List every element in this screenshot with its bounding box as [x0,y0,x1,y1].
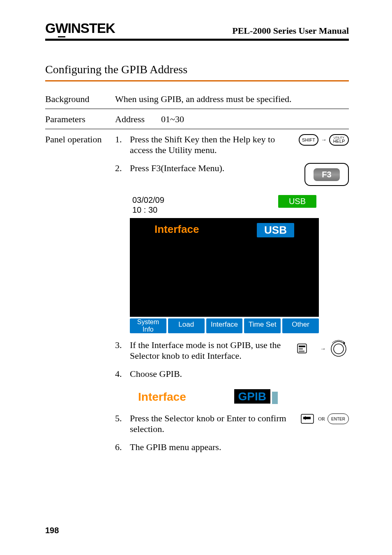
f3-label: F3 [314,168,339,181]
screen-datetime: 03/02/09 10 : 30 [132,195,164,215]
softkey-load: Load [168,318,205,333]
param-range: 01~30 [161,114,184,125]
softkey-interface: Interface [206,318,243,333]
step-2-text: Press F3(Interface Menu). [130,163,291,174]
svg-rect-1 [299,346,305,347]
row-background: Background When using GPIB, an address m… [45,94,349,104]
arrow-icon: → [321,137,327,143]
or-label: OR [318,416,325,422]
softkey-other: Other [282,318,319,333]
svg-marker-9 [303,416,306,420]
header-rule [45,39,349,41]
iface-bar-value-wrap: GPIB [234,390,278,404]
label-parameters: Parameters [45,114,115,125]
row-parameters: Parameters Address 01~30 [45,114,349,125]
row-divider-2 [45,129,349,129]
selector-knob-icon: → [297,340,349,358]
softkey-time-set: Time Set [244,318,281,333]
brand-logo: GWINSTEK [45,21,115,36]
step-1-num: 1. [115,134,130,145]
brand-rest: INSTEK [68,21,115,36]
screen-1-softkeys: System Info Load Interface Time Set Othe… [130,318,319,333]
step-1-text: Press the Shift Key then the Help key to… [130,134,291,156]
shift-label: SHIFT [302,138,315,142]
step-4: 4. Choose GPIB. [115,369,349,379]
screen-time: 10 : 30 [132,205,164,215]
softkey-system-info: System Info [130,318,166,333]
step-6: 6. The GPIB menu appears. [115,442,349,453]
enter-key-icon: ENTER [327,413,349,424]
cursor-icon [272,392,278,404]
step-4-text: Choose GPIB. [130,369,349,379]
step-1: 1. Press the Shift Key then the Help key… [115,134,349,156]
step-5-num: 5. [115,413,130,424]
doc-name: PEL-2000 Series User Manual [232,26,349,36]
device-screen-1: 03/02/09 10 : 30 USB Interface USB Syste… [130,193,319,333]
step-2-icons: F3 [291,163,349,186]
param-name: Address [115,114,145,125]
interface-value-usb: USB [257,223,294,237]
section-rule [45,80,349,81]
step-3-text: If the Interface mode is not GPIB, use t… [130,340,291,361]
step-5-icons: OR ENTER [291,413,349,425]
step-2-num: 2. [115,163,130,174]
svg-point-5 [334,344,344,354]
step-5: 5. Press the Selector knob or Enter to c… [115,413,349,434]
selector-knob-press-icon [301,413,316,425]
step-3-num: 3. [115,340,130,351]
svg-rect-3 [299,351,304,352]
step-4-num: 4. [115,369,130,379]
row-divider-1 [45,109,349,109]
section-title: Configuring the GPIB Address [45,63,349,76]
text-parameters: Address 01~30 [115,114,349,125]
step-3-icons: → [291,340,349,358]
text-background: When using GPIB, an address must be spec… [115,94,349,104]
help-label: HELP [333,139,345,144]
screen-1-status-bar: 03/02/09 10 : 30 USB [130,193,319,216]
step-6-text: The GPIB menu appears. [130,442,349,453]
shift-key-icon: SHIFT [299,134,318,146]
svg-rect-2 [299,348,303,350]
softkey-system: System [130,318,166,326]
usb-status-badge: USB [278,195,316,208]
softkey-info: Info [130,326,166,333]
page-header: GWINSTEK PEL-2000 Series User Manual [45,21,349,36]
help-key-icon: UTILITY HELP [329,134,349,146]
screen-date: 03/02/09 [132,195,164,205]
step-5-text: Press the Selector knob or Enter to conf… [130,413,291,434]
arrow-icon: → [320,346,326,352]
row-panel-operation: Panel operation 1. Press the Shift Key t… [45,134,349,460]
brand-g: G [45,21,55,36]
step-2: 2. Press F3(Interface Menu). F3 [115,163,349,186]
interface-row: Interface USB [130,223,319,237]
iface-bar-value-gpib: GPIB [234,389,270,404]
brand-u: W [55,21,68,36]
panel-steps: 1. Press the Shift Key then the Help key… [115,134,349,460]
iface-bar-label: Interface [138,390,186,404]
label-background: Background [45,94,115,104]
interface-gpib-bar: Interface GPIB [130,387,286,407]
label-panel: Panel operation [45,134,115,145]
step-3: 3. If the Interface mode is not GPIB, us… [115,340,349,361]
interface-label: Interface [154,223,199,237]
page-number: 198 [45,526,59,535]
screen-1-body: Interface USB [130,218,319,317]
f3-key-icon: F3 [304,163,349,186]
step-1-icons: SHIFT → UTILITY HELP [291,134,349,146]
step-6-num: 6. [115,442,130,453]
